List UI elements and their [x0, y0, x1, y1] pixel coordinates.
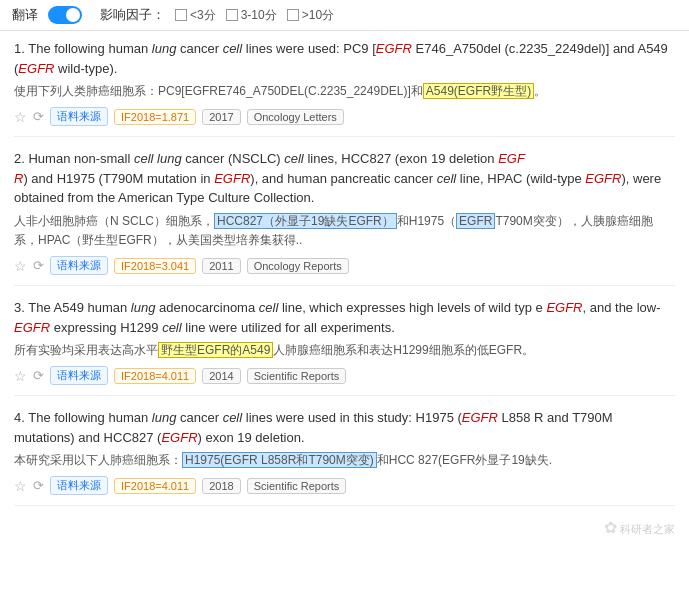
impact-label: 影响因子：	[100, 6, 165, 24]
refresh-icon-4[interactable]: ⟳	[33, 478, 44, 493]
result-2-english: 2. Human non-small cell lung cancer (NSC…	[14, 149, 675, 208]
result-4-highlight: H1975(EGFR L858R和T790M突变)	[182, 452, 377, 468]
filter-gt10-checkbox[interactable]	[287, 9, 299, 21]
year-tag-1: 2017	[202, 109, 240, 125]
result-1-english: 1. The following human lung cancer cell …	[14, 39, 675, 78]
result-1-number: 1.	[14, 41, 25, 56]
result-item-4: 4. The following human lung cancer cell …	[14, 408, 675, 506]
filter-lt3-label: <3分	[190, 7, 216, 24]
result-3-chinese: 所有实验均采用表达高水平野生型EGFR的A549人肺腺癌细胞系和表达H1299细…	[14, 341, 675, 360]
lung-italic-3: lung	[131, 300, 156, 315]
results-content: 1. The following human lung cancer cell …	[0, 31, 689, 545]
result-2-highlight-2: EGFR	[456, 213, 495, 229]
journal-tag-3: Scientific Reports	[247, 368, 347, 384]
refresh-icon-1[interactable]: ⟳	[33, 109, 44, 124]
journal-tag-2: Oncology Reports	[247, 258, 349, 274]
header-bar: 翻译 影响因子： <3分 3-10分 >10分	[0, 0, 689, 31]
journal-tag-4: Scientific Reports	[247, 478, 347, 494]
result-4-english: 4. The following human lung cancer cell …	[14, 408, 675, 447]
result-4-chinese: 本研究采用以下人肺癌细胞系：H1975(EGFR L858R和T790M突变)和…	[14, 451, 675, 470]
translate-toggle[interactable]	[48, 6, 82, 24]
egfr-italic-2c: EGFR	[585, 171, 621, 186]
star-icon-1[interactable]: ☆	[14, 109, 27, 125]
cell-italic-2c: cell	[437, 171, 457, 186]
result-4-meta: ☆ ⟳ 语料来源 IF2018=4.011 2018 Scientific Re…	[14, 476, 675, 495]
filter-gt10[interactable]: >10分	[287, 7, 334, 24]
lung-italic-1: lung	[152, 41, 177, 56]
result-item-3: 3. The A549 human lung adenocarcinoma ce…	[14, 298, 675, 396]
result-item-1: 1. The following human lung cancer cell …	[14, 39, 675, 137]
translate-label: 翻译	[12, 6, 38, 24]
year-tag-4: 2018	[202, 478, 240, 494]
filter-3-10-checkbox[interactable]	[226, 9, 238, 21]
watermark: ✿ 科研者之家	[14, 518, 675, 537]
source-tag-1[interactable]: 语料来源	[50, 107, 108, 126]
result-item-2: 2. Human non-small cell lung cancer (NSC…	[14, 149, 675, 286]
if-tag-4: IF2018=4.011	[114, 478, 196, 494]
result-1-chinese: 使用下列人类肺癌细胞系：PC9[EGFRE746_A750DEL(C.2235_…	[14, 82, 675, 101]
egfr-italic-1b: EGFR	[18, 61, 54, 76]
cell-italic-3: cell	[259, 300, 279, 315]
filter-lt3-checkbox[interactable]	[175, 9, 187, 21]
egfr-italic-1: EGFR	[376, 41, 412, 56]
egfr-italic-3a: EGFR	[546, 300, 582, 315]
result-2-highlight-1: HCC827（外显子19缺失EGFR）	[214, 213, 397, 229]
if-tag-3: IF2018=4.011	[114, 368, 196, 384]
result-2-number: 2.	[14, 151, 25, 166]
result-2-chinese: 人非小细胞肺癌（N SCLC）细胞系，HCC827（外显子19缺失EGFR）和H…	[14, 212, 675, 250]
refresh-icon-3[interactable]: ⟳	[33, 368, 44, 383]
year-tag-2: 2011	[202, 258, 240, 274]
egfr-italic-2b: EGFR	[214, 171, 250, 186]
result-3-english: 3. The A549 human lung adenocarcinoma ce…	[14, 298, 675, 337]
filter-gt10-label: >10分	[302, 7, 334, 24]
star-icon-3[interactable]: ☆	[14, 368, 27, 384]
lung-italic-4: lung	[152, 410, 177, 425]
filter-3-10[interactable]: 3-10分	[226, 7, 277, 24]
cell-italic-2b: cell	[284, 151, 304, 166]
source-tag-2[interactable]: 语料来源	[50, 256, 108, 275]
cell-italic-4: cell	[223, 410, 243, 425]
refresh-icon-2[interactable]: ⟳	[33, 258, 44, 273]
result-4-number: 4.	[14, 410, 25, 425]
year-tag-3: 2014	[202, 368, 240, 384]
cell-italic-3b: cell	[162, 320, 182, 335]
cell-italic-1: cell	[223, 41, 243, 56]
filter-3-10-label: 3-10分	[241, 7, 277, 24]
egfr-italic-4b: EGFR	[161, 430, 197, 445]
journal-tag-1: Oncology Letters	[247, 109, 344, 125]
if-tag-2: IF2018=3.041	[114, 258, 196, 274]
result-3-meta: ☆ ⟳ 语料来源 IF2018=4.011 2014 Scientific Re…	[14, 366, 675, 385]
filter-lt3[interactable]: <3分	[175, 7, 216, 24]
star-icon-2[interactable]: ☆	[14, 258, 27, 274]
result-3-number: 3.	[14, 300, 25, 315]
cell-italic-2: cell	[134, 151, 154, 166]
result-1-highlight: A549(EGFR野生型)	[423, 83, 534, 99]
lung-italic-2: lung	[157, 151, 182, 166]
egfr-italic-3b: EGFR	[14, 320, 50, 335]
watermark-icon: ✿	[604, 519, 617, 536]
if-tag-1: IF2018=1.871	[114, 109, 196, 125]
result-1-meta: ☆ ⟳ 语料来源 IF2018=1.871 2017 Oncology Lett…	[14, 107, 675, 126]
star-icon-4[interactable]: ☆	[14, 478, 27, 494]
egfr-italic-4a: EGFR	[462, 410, 498, 425]
result-3-highlight: 野生型EGFR的A549	[158, 342, 273, 358]
source-tag-3[interactable]: 语料来源	[50, 366, 108, 385]
result-2-meta: ☆ ⟳ 语料来源 IF2018=3.041 2011 Oncology Repo…	[14, 256, 675, 275]
source-tag-4[interactable]: 语料来源	[50, 476, 108, 495]
